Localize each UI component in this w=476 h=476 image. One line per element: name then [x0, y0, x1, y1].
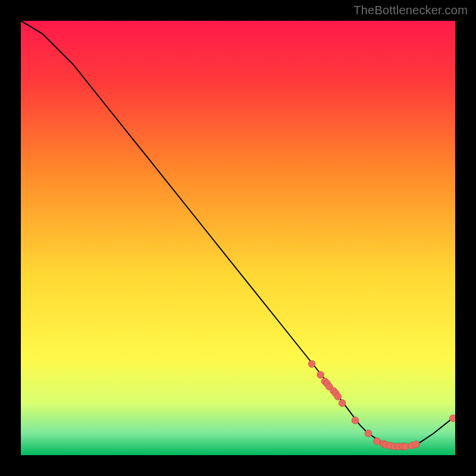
gradient-background [21, 21, 455, 455]
plot-area [21, 21, 455, 455]
scatter-dot [334, 393, 342, 400]
scatter-dot [308, 361, 315, 368]
scatter-dot [317, 371, 324, 378]
chart-container: TheBottlenecker.com [0, 0, 476, 476]
scatter-dot [374, 438, 381, 445]
scatter-dot [402, 443, 409, 450]
scatter-dot [412, 441, 419, 448]
scatter-dot [449, 415, 455, 422]
scatter-dot [352, 417, 359, 424]
watermark-text: TheBottlenecker.com [353, 4, 468, 17]
scatter-dot [339, 399, 346, 406]
scatter-dot [365, 430, 372, 437]
chart-svg [21, 21, 455, 455]
